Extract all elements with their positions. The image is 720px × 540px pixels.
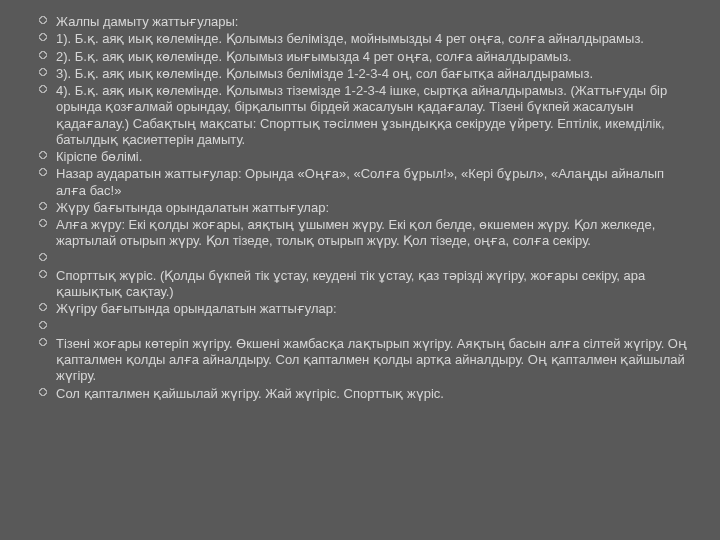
bullet-text: Жүгіру бағытында орындалатын жаттығулар: xyxy=(56,301,690,317)
bullet-item: Кіріспе бөлімі. xyxy=(42,149,690,165)
diamond-bullet-icon xyxy=(39,85,47,93)
svg-rect-10 xyxy=(39,270,47,278)
svg-rect-7 xyxy=(39,202,47,210)
svg-rect-0 xyxy=(39,16,47,24)
diamond-bullet-icon xyxy=(39,270,47,278)
bullet-item: Алға жүру: Екі қолды жоғары, аяқтың ұшым… xyxy=(42,217,690,250)
bullet-text: Назар аударатын жаттығулар: Орында «Оңға… xyxy=(56,166,690,199)
bullet-item xyxy=(42,251,690,267)
diamond-bullet-icon xyxy=(39,303,47,311)
svg-rect-5 xyxy=(39,151,47,159)
bullet-item: 4). Б.қ. аяқ иық көлемінде. Қолымыз тізе… xyxy=(42,83,690,148)
svg-rect-11 xyxy=(39,303,47,311)
svg-rect-9 xyxy=(39,253,47,261)
bullet-item xyxy=(42,319,690,335)
svg-rect-1 xyxy=(39,33,47,41)
diamond-bullet-icon xyxy=(39,253,47,261)
bullet-text: 1). Б.қ. аяқ иық көлемінде. Қолымыз белі… xyxy=(56,31,690,47)
bullet-text: 2). Б.қ. аяқ иық көлемінде. Қолымыз иығы… xyxy=(56,49,690,65)
bullet-item: Сол қапталмен қайшылай жүгіру. Жай жүгір… xyxy=(42,386,690,402)
diamond-bullet-icon xyxy=(39,388,47,396)
diamond-bullet-icon xyxy=(39,51,47,59)
diamond-bullet-icon xyxy=(39,151,47,159)
diamond-bullet-icon xyxy=(39,321,47,329)
bullet-list: Жалпы дамыту жаттығулары:1). Б.қ. аяқ иы… xyxy=(42,14,690,402)
diamond-bullet-icon xyxy=(39,168,47,176)
diamond-bullet-icon xyxy=(39,202,47,210)
bullet-text: Алға жүру: Екі қолды жоғары, аяқтың ұшым… xyxy=(56,217,690,250)
bullet-item: Жүру бағытында орындалатын жаттығулар: xyxy=(42,200,690,216)
diamond-bullet-icon xyxy=(39,16,47,24)
diamond-bullet-icon xyxy=(39,33,47,41)
diamond-bullet-icon xyxy=(39,219,47,227)
bullet-text: 4). Б.қ. аяқ иық көлемінде. Қолымыз тізе… xyxy=(56,83,690,148)
bullet-text: Сол қапталмен қайшылай жүгіру. Жай жүгір… xyxy=(56,386,690,402)
diamond-bullet-icon xyxy=(39,338,47,346)
bullet-item: 3). Б.қ. аяқ иық көлемінде. Қолымыз белі… xyxy=(42,66,690,82)
bullet-text: 3). Б.қ. аяқ иық көлемінде. Қолымыз белі… xyxy=(56,66,690,82)
svg-rect-2 xyxy=(39,51,47,59)
svg-rect-14 xyxy=(39,388,47,396)
bullet-item: Тізені жоғары көтеріп жүгіру. Өкшені жам… xyxy=(42,336,690,385)
bullet-item: 1). Б.қ. аяқ иық көлемінде. Қолымыз белі… xyxy=(42,31,690,47)
bullet-text: Жүру бағытында орындалатын жаттығулар: xyxy=(56,200,690,216)
svg-rect-3 xyxy=(39,68,47,76)
bullet-text: Тізені жоғары көтеріп жүгіру. Өкшені жам… xyxy=(56,336,690,385)
bullet-item: Спорттық жүріс. (Қолды бүкпей тік ұстау,… xyxy=(42,268,690,301)
diamond-bullet-icon xyxy=(39,68,47,76)
bullet-item: Жүгіру бағытында орындалатын жаттығулар: xyxy=(42,301,690,317)
bullet-text xyxy=(56,251,690,267)
bullet-item: 2). Б.қ. аяқ иық көлемінде. Қолымыз иығы… xyxy=(42,49,690,65)
svg-rect-8 xyxy=(39,219,47,227)
bullet-item: Жалпы дамыту жаттығулары: xyxy=(42,14,690,30)
bullet-text: Кіріспе бөлімі. xyxy=(56,149,690,165)
bullet-text: Спорттық жүріс. (Қолды бүкпей тік ұстау,… xyxy=(56,268,690,301)
svg-rect-4 xyxy=(39,85,47,93)
svg-rect-6 xyxy=(39,168,47,176)
svg-rect-12 xyxy=(39,321,47,329)
bullet-text: Жалпы дамыту жаттығулары: xyxy=(56,14,690,30)
svg-rect-13 xyxy=(39,338,47,346)
bullet-text xyxy=(56,319,690,335)
bullet-item: Назар аударатын жаттығулар: Орында «Оңға… xyxy=(42,166,690,199)
